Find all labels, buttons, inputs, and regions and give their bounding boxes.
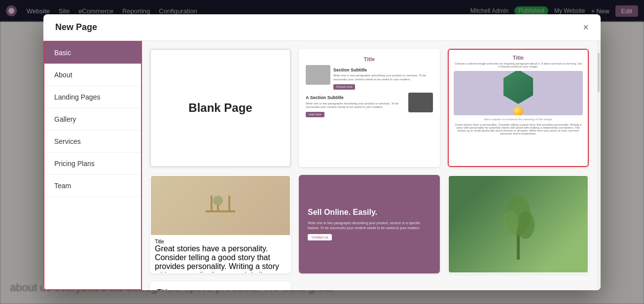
modal-body: Basic About Landing Pages Gallery Servic…: [43, 41, 601, 290]
blank-page-label: Blank Page: [188, 101, 252, 115]
template2-title: Title: [454, 55, 583, 61]
template3-title: Title: [155, 239, 286, 244]
template3-image: [151, 176, 290, 235]
template2-image-area: [454, 71, 583, 115]
template-sell-online[interactable]: Sell Online. Easily. Write one or two pa…: [299, 175, 440, 273]
template1-text1: Write one or two paragraphs describing y…: [333, 74, 433, 82]
template1-subtitle1: Section Subtitle: [333, 67, 433, 73]
svg-rect-3: [228, 196, 230, 210]
sidebar-item-gallery[interactable]: Gallery: [44, 108, 141, 131]
template-3d-image[interactable]: Title Choose a vibrant image and write a…: [448, 49, 589, 167]
svg-point-4: [213, 196, 223, 205]
sidebar-item-team[interactable]: Team: [44, 175, 141, 197]
template2-body: Great stories have a personality. Consid…: [454, 123, 583, 135]
template2-intro: Choose a vibrant image and write an insp…: [454, 62, 583, 68]
template-blank[interactable]: Blank Page: [150, 49, 291, 167]
template-category-sidebar: Basic About Landing Pages Gallery Servic…: [43, 41, 142, 290]
template-grid: Blank Page Title Section Subtitle Write …: [142, 41, 597, 290]
scrollbar[interactable]: [597, 41, 601, 290]
template-sell-title: Sell Online. Easily.: [308, 207, 377, 217]
sidebar-item-about[interactable]: About: [44, 64, 141, 86]
scrollbar-thumb[interactable]: [598, 53, 600, 92]
template1-cta1: Discover more: [333, 84, 355, 90]
template-plant-image: [449, 176, 588, 273]
template2-caption: Add a caption to enhance the meaning of …: [454, 118, 583, 121]
sidebar-item-basic[interactable]: Basic: [44, 42, 141, 64]
modal-overlay: New Page × Basic About Landing Pages Gal…: [0, 0, 644, 304]
svg-point-8: [517, 211, 535, 239]
template1-text2: Write one or two paragraphs describing y…: [306, 102, 405, 110]
svg-rect-1: [206, 210, 235, 212]
3d-shape-green: [503, 71, 533, 104]
template-features-icons[interactable]: Title Great stories have a personality. …: [150, 281, 291, 290]
template-title-sections[interactable]: Title Section Subtitle Write one or two …: [299, 49, 440, 167]
template1-title: Title: [306, 56, 433, 63]
3d-shape-ball: [513, 106, 523, 115]
template-image-title[interactable]: Title Great stories have a personality. …: [150, 175, 291, 273]
modal-close-button[interactable]: ×: [583, 22, 589, 32]
modal-title: New Page: [55, 22, 97, 33]
sidebar-item-services[interactable]: Services: [44, 131, 141, 153]
template3-text: Great stories have a personality. Consid…: [155, 244, 286, 273]
modal-header: New Page ×: [43, 14, 601, 41]
svg-rect-5: [217, 204, 219, 210]
sidebar-item-landing-pages[interactable]: Landing Pages: [44, 86, 141, 108]
svg-rect-2: [211, 196, 213, 210]
template1-subtitle2: A Section Subtitle: [306, 95, 405, 101]
svg-point-9: [503, 210, 519, 235]
template1-img1: [306, 65, 330, 85]
template4-title: Title: [157, 288, 284, 290]
template-sell-text: Write one or two paragraphs describing y…: [308, 221, 431, 231]
new-page-modal: New Page × Basic About Landing Pages Gal…: [43, 14, 601, 290]
template-plant-product[interactable]: [448, 175, 589, 273]
sidebar-item-pricing-plans[interactable]: Pricing Plans: [44, 153, 141, 175]
template1-img2: [408, 93, 433, 112]
template-sell-cta: Contact us: [308, 234, 332, 240]
template1-cta2: Learn more: [306, 112, 324, 117]
